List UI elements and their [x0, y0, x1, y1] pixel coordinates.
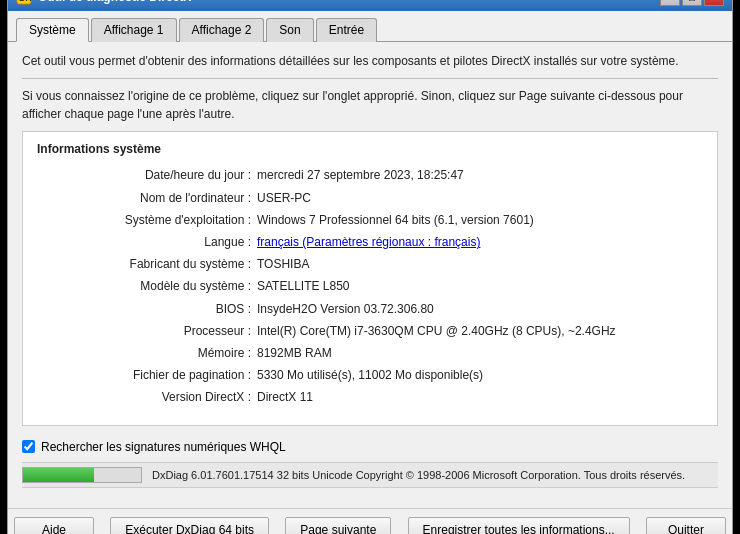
tab-bar: Système Affichage 1 Affichage 2 Son Entr… [8, 11, 732, 42]
table-row: Système d'exploitation : Windows 7 Profe… [37, 211, 703, 230]
table-row: BIOS : InsydeH2O Version 03.72.306.80 [37, 300, 703, 319]
description1: Cet outil vous permet d'obtenir des info… [22, 52, 718, 70]
table-row: Fichier de pagination : 5330 Mo utilisé(… [37, 366, 703, 385]
value-computer: USER-PC [257, 189, 311, 208]
label-modele: Modèle du système : [37, 277, 257, 296]
main-content: Cet outil vous permet d'obtenir des info… [8, 42, 732, 507]
table-row: Modèle du système : SATELLITE L850 [37, 277, 703, 296]
value-bios: InsydeH2O Version 03.72.306.80 [257, 300, 434, 319]
section-title: Informations système [37, 142, 703, 156]
value-langue[interactable]: français (Paramètres régionaux : françai… [257, 233, 480, 252]
info-table: Date/heure du jour : mercredi 27 septemb… [37, 166, 703, 407]
value-modele: SATELLITE L850 [257, 277, 350, 296]
title-controls: − □ ✕ [660, 0, 724, 6]
label-processeur: Processeur : [37, 322, 257, 341]
label-computer: Nom de l'ordinateur : [37, 189, 257, 208]
whql-checkbox[interactable] [22, 440, 35, 453]
label-directx: Version DirectX : [37, 388, 257, 407]
label-fabricant: Fabricant du système : [37, 255, 257, 274]
svg-text:DX: DX [19, 0, 32, 3]
label-date: Date/heure du jour : [37, 166, 257, 185]
label-langue: Langue : [37, 233, 257, 252]
quitter-button[interactable]: Quitter [646, 517, 726, 534]
tab-affichage1[interactable]: Affichage 1 [91, 18, 177, 42]
label-memoire: Mémoire : [37, 344, 257, 363]
page-suivante-button[interactable]: Page suivante [285, 517, 391, 534]
tab-systeme[interactable]: Système [16, 18, 89, 42]
progress-bar-fill [23, 468, 94, 482]
value-date: mercredi 27 septembre 2023, 18:25:47 [257, 166, 464, 185]
executer-button[interactable]: Exécuter DxDiag 64 bits [110, 517, 269, 534]
label-bios: BIOS : [37, 300, 257, 319]
aide-button[interactable]: Aide [14, 517, 94, 534]
enregistrer-button[interactable]: Enregistrer toutes les informations... [408, 517, 630, 534]
value-fabricant: TOSHIBA [257, 255, 309, 274]
description2: Si vous connaissez l'origine de ce probl… [22, 87, 718, 123]
minimize-button[interactable]: − [660, 0, 680, 6]
table-row: Nom de l'ordinateur : USER-PC [37, 189, 703, 208]
title-bar-left: DX Outil de diagnostic DirectX [16, 0, 191, 5]
table-row: Version DirectX : DirectX 11 [37, 388, 703, 407]
label-os: Système d'exploitation : [37, 211, 257, 230]
whql-label: Rechercher les signatures numériques WHQ… [41, 440, 286, 454]
table-row: Langue : français (Paramètres régionaux … [37, 233, 703, 252]
table-row: Date/heure du jour : mercredi 27 septemb… [37, 166, 703, 185]
value-os: Windows 7 Professionnel 64 bits (6.1, ve… [257, 211, 534, 230]
value-directx: DirectX 11 [257, 388, 313, 407]
label-pagination: Fichier de pagination : [37, 366, 257, 385]
tab-son[interactable]: Son [266, 18, 313, 42]
value-memoire: 8192MB RAM [257, 344, 332, 363]
main-window: DX Outil de diagnostic DirectX − □ ✕ Sys… [7, 0, 733, 534]
system-info-box: Informations système Date/heure du jour … [22, 131, 718, 425]
maximize-button[interactable]: □ [682, 0, 702, 6]
tab-entree[interactable]: Entrée [316, 18, 377, 42]
window-title: Outil de diagnostic DirectX [38, 0, 191, 4]
bottom-buttons: Aide Exécuter DxDiag 64 bits Page suivan… [8, 508, 732, 534]
table-row: Processeur : Intel(R) Core(TM) i7-3630QM… [37, 322, 703, 341]
tab-affichage2[interactable]: Affichage 2 [179, 18, 265, 42]
divider1 [22, 78, 718, 79]
whql-checkbox-area: Rechercher les signatures numériques WHQ… [22, 440, 718, 454]
close-button[interactable]: ✕ [704, 0, 724, 6]
progress-area: DxDiag 6.01.7601.17514 32 bits Unicode C… [22, 462, 718, 488]
title-bar: DX Outil de diagnostic DirectX − □ ✕ [8, 0, 732, 11]
value-processeur: Intel(R) Core(TM) i7-3630QM CPU @ 2.40GH… [257, 322, 616, 341]
progress-text: DxDiag 6.01.7601.17514 32 bits Unicode C… [152, 469, 718, 481]
progress-bar-container [22, 467, 142, 483]
app-icon: DX [16, 0, 32, 5]
value-pagination: 5330 Mo utilisé(s), 11002 Mo disponible(… [257, 366, 483, 385]
table-row: Mémoire : 8192MB RAM [37, 344, 703, 363]
table-row: Fabricant du système : TOSHIBA [37, 255, 703, 274]
